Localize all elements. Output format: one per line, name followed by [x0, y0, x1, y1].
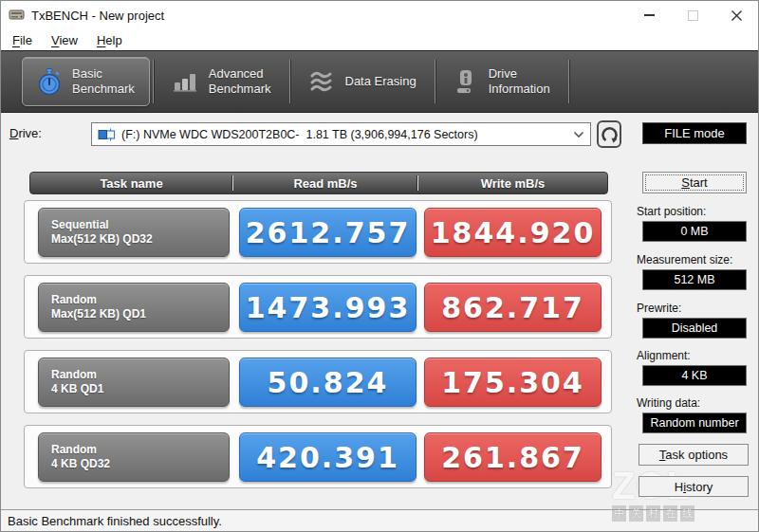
task-button-random-4kb-qd1[interactable]: Random 4 KB QD1 — [38, 358, 230, 407]
tab-data-erasing-label: Data Erasing — [345, 74, 417, 89]
history-label: History — [675, 480, 713, 494]
minimize-icon — [644, 14, 655, 16]
app-icon — [9, 9, 26, 22]
measurement-size-label: Measurement size: — [637, 253, 732, 266]
txbench-window: TxBENCH - New project File View Help — [0, 0, 759, 532]
tab-drive-information-label: DriveInformation — [489, 66, 550, 97]
task-name-line1: Random — [51, 368, 229, 382]
task-name-line2: Max(512 KB) QD32 — [51, 232, 229, 247]
table-row: Sequential Max(512 KB) QD32 2612.757 184… — [24, 200, 612, 264]
tab-bar: BasicBenchmark AdvancedBenchmark Da — [1, 50, 758, 113]
task-name-line1: Random — [51, 443, 229, 457]
drive-selected-value: (F:) NVMe WDC WDS200T2B0C- 1.81 TB (3,90… — [121, 128, 569, 141]
status-message: Basic Benchmark finished successfully. — [8, 514, 222, 528]
alignment-label: Alignment: — [637, 349, 691, 362]
results-header: Task name Read mB/s Write mB/s — [29, 172, 608, 194]
read-value: 50.824 — [239, 358, 417, 407]
drive-label: Drive: — [9, 126, 42, 140]
history-button[interactable]: History — [639, 476, 749, 497]
header-read-mbs: Read mB/s — [233, 173, 417, 193]
stopwatch-icon — [37, 68, 62, 96]
chevron-down-icon — [573, 131, 584, 138]
table-row: Random Max(512 KB) QD1 1473.993 862.717 — [24, 275, 612, 339]
drive-info-icon — [454, 69, 478, 95]
read-value: 2612.757 — [239, 208, 417, 257]
drive-partition-icon — [98, 128, 116, 141]
read-value: 1473.993 — [239, 283, 417, 332]
refresh-icon — [602, 126, 618, 143]
maximize-icon — [688, 10, 698, 21]
close-button[interactable] — [714, 1, 758, 29]
write-value: 175.304 — [424, 358, 602, 407]
start-position-field[interactable]: 0 MB — [642, 221, 747, 242]
close-icon — [731, 9, 743, 22]
bar-chart-icon — [172, 70, 198, 93]
minimize-button[interactable] — [627, 1, 671, 29]
header-write-mbs: Write mB/s — [418, 173, 607, 193]
prewrite-field[interactable]: Disabled — [642, 318, 747, 339]
menu-file[interactable]: File — [3, 31, 42, 49]
start-button-label: Start — [681, 175, 707, 190]
task-name-line2: 4 KB QD1 — [51, 382, 229, 396]
refresh-drives-button[interactable] — [597, 120, 621, 148]
write-value: 1844.920 — [424, 208, 602, 257]
maximize-button[interactable] — [671, 1, 714, 29]
table-row: Random 4 KB QD1 50.824 175.304 — [24, 350, 612, 413]
task-button-random-4kb-qd32[interactable]: Random 4 KB QD32 — [38, 432, 230, 482]
menu-help[interactable]: Help — [87, 31, 132, 49]
tab-advanced-benchmark[interactable]: AdvancedBenchmark — [157, 57, 287, 106]
measurement-size-field[interactable]: 512 MB — [642, 269, 747, 290]
menu-view[interactable]: View — [42, 31, 87, 49]
read-value: 420.391 — [239, 432, 417, 482]
start-button[interactable]: Start — [642, 172, 747, 193]
writing-data-label: Writing data: — [637, 396, 700, 410]
task-name-line2: Max(512 KB) QD1 — [51, 307, 229, 321]
tab-data-erasing[interactable]: Data Erasing — [293, 57, 432, 106]
header-task-name: Task name — [30, 173, 232, 193]
drive-select[interactable]: (F:) NVMe WDC WDS200T2B0C- 1.81 TB (3,90… — [91, 122, 591, 146]
erase-waves-icon — [308, 70, 335, 93]
task-name-line2: 4 KB QD32 — [51, 457, 229, 471]
window-controls — [627, 1, 758, 29]
write-value: 261.867 — [424, 432, 602, 482]
tab-separator — [435, 60, 435, 103]
tab-basic-benchmark[interactable]: BasicBenchmark — [22, 57, 150, 106]
task-name-line1: Random — [51, 293, 229, 307]
writing-data-field[interactable]: Random number — [642, 413, 747, 433]
status-bar: Basic Benchmark finished successfully. — [1, 509, 758, 531]
task-options-button[interactable]: Task options — [639, 444, 749, 466]
write-value: 862.717 — [424, 283, 602, 332]
tab-advanced-benchmark-label: AdvancedBenchmark — [209, 66, 271, 97]
tab-separator — [568, 60, 569, 103]
prewrite-label: Prewrite: — [637, 302, 681, 315]
start-position-label: Start position: — [637, 205, 706, 218]
menu-bar: File View Help — [1, 29, 758, 50]
task-button-sequential-qd32[interactable]: Sequential Max(512 KB) QD32 — [38, 208, 230, 257]
file-mode-label: FILE mode — [664, 126, 725, 140]
title-bar: TxBENCH - New project — [1, 1, 758, 29]
tab-drive-information[interactable]: DriveInformation — [438, 57, 565, 106]
tab-separator — [289, 60, 290, 103]
task-name-line1: Sequential — [51, 218, 229, 232]
file-mode-button[interactable]: FILE mode — [642, 122, 747, 144]
alignment-field[interactable]: 4 KB — [642, 365, 747, 386]
tab-basic-benchmark-label: BasicBenchmark — [72, 66, 135, 97]
task-button-random-qd1[interactable]: Random Max(512 KB) QD1 — [38, 283, 230, 332]
tab-separator — [153, 60, 154, 103]
task-options-label: Task options — [659, 448, 728, 462]
window-title: TxBENCH - New project — [31, 9, 164, 23]
table-row: Random 4 KB QD32 420.391 261.867 — [24, 425, 612, 488]
